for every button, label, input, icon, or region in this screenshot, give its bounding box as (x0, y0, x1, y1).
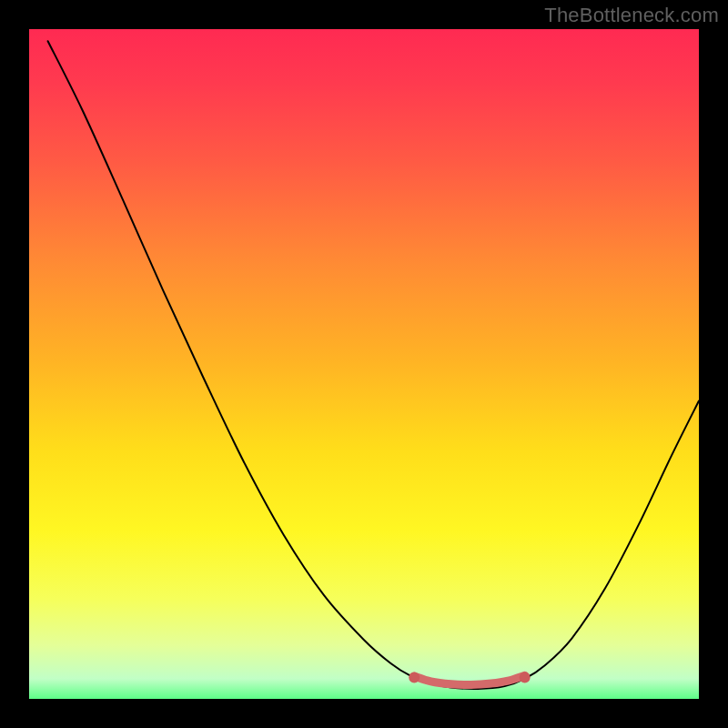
optimal-range-start-dot (409, 672, 420, 682)
optimal-range-end-dot (520, 672, 531, 682)
watermark-text: TheBottleneck.com (544, 4, 719, 27)
chart-frame: TheBottleneck.com (0, 0, 728, 728)
bottleneck-chart (0, 0, 728, 728)
